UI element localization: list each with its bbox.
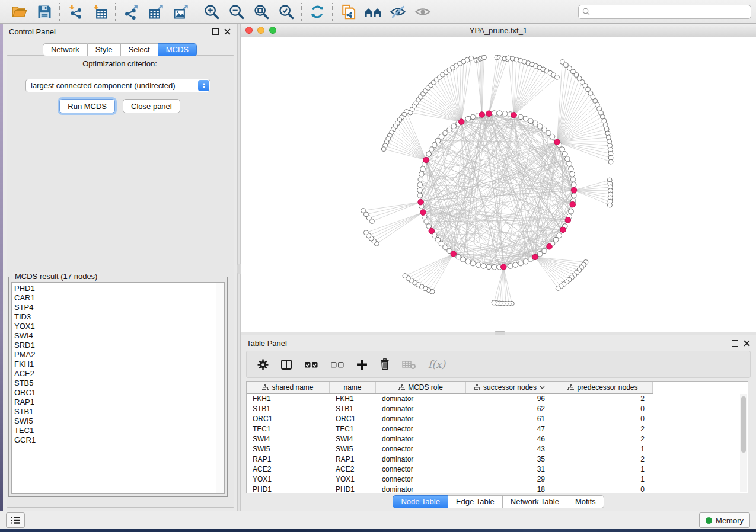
mcds-hub-node[interactable] [532,254,538,260]
column-header-MCDS-role[interactable]: MCDS role [376,382,466,393]
first-neighbors-button[interactable] [363,2,382,21]
network-node[interactable] [523,259,528,264]
network-node[interactable] [608,159,613,164]
table-settings-button[interactable] [257,359,269,370]
mcds-hub-node[interactable] [486,111,492,117]
tab-network[interactable]: Network [43,43,88,56]
network-node[interactable] [537,252,543,257]
mcds-hub-node[interactable] [565,217,571,223]
network-node[interactable] [528,118,534,124]
mcds-hub-node[interactable] [418,199,424,205]
network-node[interactable] [435,237,441,242]
mcds-result-list[interactable]: PHD1CAR1STP4TID3YOX1SWI4SRD1PMA2FKH1ACE2… [11,282,225,494]
mcds-result-item[interactable]: ACE2 [12,369,216,379]
network-node[interactable] [419,172,425,177]
export-network-button[interactable] [122,2,141,21]
network-node[interactable] [492,111,497,116]
mcds-hub-node[interactable] [420,210,426,216]
close-panel-button[interactable]: Close panel [123,99,180,113]
network-node[interactable] [502,111,508,116]
network-node[interactable] [560,147,565,152]
network-node[interactable] [439,134,444,139]
refresh-view-button[interactable] [308,2,327,21]
mcds-result-item[interactable]: ORC1 [12,388,216,398]
network-node[interactable] [518,114,524,120]
network-node[interactable] [435,138,441,143]
mcds-result-item[interactable]: CAR1 [12,293,216,303]
mcds-hub-node[interactable] [451,251,457,257]
network-node[interactable] [429,147,435,152]
hide-selected-button[interactable] [388,2,407,21]
mcds-result-item[interactable]: FKH1 [12,360,216,369]
table-row[interactable]: RAP1RAP1dominator352 [247,454,748,464]
network-node[interactable] [556,286,560,290]
column-header-successor-nodes[interactable]: successor nodes [466,382,553,393]
network-node[interactable] [492,265,497,270]
float-panel-icon[interactable] [212,28,219,35]
run-mcds-button[interactable]: Run MCDS [59,99,115,113]
select-all-columns-button[interactable] [304,360,318,369]
zoom-fit-button[interactable] [252,2,271,21]
network-node[interactable] [570,177,576,182]
network-node[interactable] [557,233,562,238]
delete-table-button[interactable] [402,360,416,370]
mcds-result-item[interactable]: GCR1 [12,435,216,445]
network-node[interactable] [571,182,576,188]
network-node[interactable] [469,56,474,60]
table-row[interactable]: PHD1PHD1dominator180 [247,485,748,493]
function-builder-button[interactable]: f(x) [428,358,445,370]
network-node[interactable] [426,152,432,157]
mcds-hub-node[interactable] [554,139,560,145]
network-node[interactable] [533,121,538,126]
network-node[interactable] [456,254,461,259]
mcds-result-item[interactable]: SWI4 [12,331,216,341]
tab-node-table[interactable]: Node Table [393,495,448,508]
import-network-button[interactable] [66,2,85,21]
mcds-result-item[interactable]: PHD1 [12,284,216,293]
network-node[interactable] [607,203,612,207]
mcds-hub-node[interactable] [547,243,553,249]
table-scrollbar[interactable] [740,394,747,492]
network-node[interactable] [381,147,386,152]
network-node[interactable] [553,237,559,242]
show-panels-button[interactable] [6,512,25,528]
table-row[interactable]: ORC1ORC1dominator610 [247,414,748,424]
tab-select[interactable]: Select [121,43,158,56]
network-node[interactable] [417,182,423,188]
network-node[interactable] [481,264,486,269]
network-node[interactable] [476,262,481,268]
mcds-hub-node[interactable] [479,112,485,118]
network-node[interactable] [542,248,547,254]
network-node[interactable] [542,127,547,132]
tab-network-table[interactable]: Network Table [503,495,567,508]
split-columns-button[interactable] [280,359,292,370]
mcds-hub-node[interactable] [501,264,507,270]
mcds-result-item[interactable]: PMA2 [12,350,216,360]
mcds-result-item[interactable]: YOX1 [12,322,216,331]
network-node[interactable] [443,245,448,250]
mcds-result-item[interactable]: TID3 [12,312,216,322]
mcds-result-item[interactable]: TEC1 [12,426,216,435]
network-node[interactable] [417,193,423,198]
network-node[interactable] [481,55,486,60]
mcds-result-item[interactable]: STP4 [12,303,216,312]
tab-motifs[interactable]: Motifs [567,495,604,508]
mcds-result-item[interactable]: STB1 [12,407,216,416]
column-header-name[interactable]: name [330,382,376,393]
network-node[interactable] [361,209,366,213]
search-input[interactable] [593,7,747,17]
network-node[interactable] [465,116,471,121]
network-node[interactable] [486,264,492,270]
mcds-hub-node[interactable] [511,112,517,118]
network-node[interactable] [523,116,528,121]
network-node[interactable] [492,300,496,305]
network-node[interactable] [571,193,576,198]
save-session-button[interactable] [35,2,54,21]
table-row[interactable]: TEC1TEC1connector472 [247,424,748,434]
close-panel-icon[interactable] [224,28,231,35]
table-row[interactable]: STB1STB1dominator620 [247,404,748,414]
network-node[interactable] [567,161,572,166]
network-node[interactable] [497,111,502,116]
network-node[interactable] [554,75,559,79]
memory-button[interactable]: Memory [699,512,750,528]
